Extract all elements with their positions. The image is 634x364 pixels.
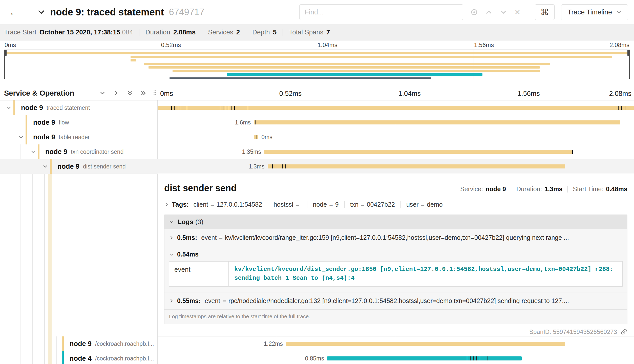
minimap-right-scrubber[interactable] <box>629 50 630 79</box>
tag-value: 9 <box>335 201 339 208</box>
tag-item: hostssl= <box>273 201 301 208</box>
row-expander-icon[interactable] <box>30 149 38 155</box>
tag-item: txn=00427b22 <box>350 201 395 208</box>
trace-id: 6749717 <box>169 7 204 17</box>
log-marker <box>234 106 235 110</box>
log-timestamp: 0.55ms: <box>177 297 201 305</box>
prev-result-button[interactable] <box>485 8 493 16</box>
find-input[interactable] <box>299 4 463 20</box>
span-row[interactable]: node 9txn coordinator send1.35ms <box>0 144 634 159</box>
minimap-span-bar <box>131 56 612 58</box>
span-row[interactable]: node 9traced statement <box>0 100 634 115</box>
minimap-span-bar <box>170 77 431 79</box>
tags-list: client=127.0.0.1:54582hostssl=node=9txn=… <box>193 201 442 208</box>
tag-equals: = <box>295 201 299 208</box>
log-timestamp: 0.54ms <box>177 251 199 258</box>
tick-label: 1.56ms <box>474 41 494 49</box>
span-duration-label: 0ms <box>261 134 272 141</box>
span-row[interactable]: node 9/cockroach.roachpb.I...1.22ms <box>0 336 634 351</box>
span-detail-row: dist sender send Service: node 9 Duratio… <box>0 174 634 336</box>
logs-header[interactable]: Logs (3) <box>164 215 627 229</box>
chevron-down-icon <box>37 8 46 16</box>
service-name: node 9 <box>70 340 92 348</box>
span-bar[interactable] <box>268 164 565 168</box>
collapse-one-icon[interactable] <box>99 90 105 96</box>
command-icon: ⌘ <box>540 7 549 17</box>
span-row[interactable]: node 4/cockroach.roachpb.I...0.85ms <box>0 351 634 364</box>
log-entry[interactable]: 0.54mseventkv/kvclient/kvcoord/dist_send… <box>164 246 627 292</box>
log-marker <box>467 356 467 360</box>
minimap-span-bar <box>144 63 550 65</box>
row-expander-icon[interactable] <box>18 134 26 140</box>
minimap-span-bar <box>227 73 482 76</box>
service-operation-header: Service & Operation <box>0 86 158 100</box>
trace-start-label: Trace Start <box>4 28 36 36</box>
clear-search-button[interactable]: ✕ <box>514 8 520 16</box>
service-color-bar <box>62 351 64 364</box>
log-entry-header[interactable]: 0.54ms <box>164 246 627 261</box>
log-marker <box>187 106 187 110</box>
link-icon[interactable] <box>621 328 627 335</box>
log-entry[interactable]: 0.5ms:event=kv/kvclient/kvcoord/range_it… <box>164 229 627 246</box>
trace-title-toggle[interactable] <box>37 8 46 16</box>
tick-label: 0ms <box>5 41 16 49</box>
row-expander-icon[interactable] <box>6 105 13 111</box>
tags-accordion[interactable]: Tags: client=127.0.0.1:54582hostssl=node… <box>164 201 627 208</box>
span-bar[interactable] <box>254 120 620 124</box>
service-name: node 9 <box>21 104 43 112</box>
view-selector-button[interactable]: Trace Timeline <box>561 4 628 20</box>
tag-equals: = <box>329 201 333 208</box>
tag-item: client=127.0.0.1:54582 <box>193 201 262 208</box>
log-marker <box>257 135 257 139</box>
log-marker <box>174 106 175 110</box>
duration-label: Duration <box>145 28 170 36</box>
span-row[interactable]: node 9table reader0ms <box>0 130 634 144</box>
chevron-down-icon <box>500 8 507 16</box>
minimap-canvas[interactable] <box>4 50 630 79</box>
log-marker <box>255 120 256 124</box>
start-time-value: 0.48ms <box>606 185 627 193</box>
divider <box>283 29 283 36</box>
operation-name: flow <box>59 119 69 126</box>
chevron-down-icon <box>18 134 24 140</box>
next-result-button[interactable] <box>500 8 507 16</box>
keyboard-shortcuts-button[interactable]: ⌘ <box>535 4 555 20</box>
locate-icon <box>470 8 478 16</box>
tick-label: 1.04ms <box>398 90 421 98</box>
span-bar[interactable] <box>254 135 258 139</box>
log-marker <box>572 150 573 154</box>
depth-label: Depth <box>252 28 270 36</box>
tick-label: 0.52ms <box>161 41 181 49</box>
expand-all-icon[interactable] <box>140 90 146 96</box>
tag-key: hostssl <box>273 201 293 208</box>
divider <box>307 201 307 208</box>
column-resizer-handle[interactable] <box>153 90 157 96</box>
chevron-right-icon <box>169 298 174 303</box>
span-row[interactable]: node 9dist sender send1.3ms <box>0 159 634 174</box>
tags-label: Tags: <box>172 201 189 208</box>
minimap-left-scrubber[interactable] <box>4 50 5 79</box>
operation-name: traced statement <box>47 104 90 111</box>
trace-start-ms: .084 <box>120 28 133 36</box>
span-bar[interactable] <box>286 342 565 346</box>
locate-span-button[interactable] <box>470 8 478 16</box>
span-bar[interactable] <box>327 356 522 360</box>
row-expander-icon[interactable] <box>43 164 50 169</box>
expand-one-icon[interactable] <box>113 90 119 96</box>
chevron-down-icon <box>6 105 12 111</box>
log-marker <box>231 106 232 110</box>
tag-value: 127.0.0.1:54582 <box>216 201 262 208</box>
span-row[interactable]: node 9flow1.6ms <box>0 115 634 130</box>
span-duration-label: 1.3ms <box>249 163 265 170</box>
back-button[interactable]: ← <box>0 0 28 24</box>
collapse-all-icon[interactable] <box>127 90 133 96</box>
timeline-header: Service & Operation 0ms0.52ms1.04ms1.56m… <box>0 86 634 100</box>
chevron-down-icon <box>616 9 622 15</box>
chevron-up-icon <box>485 8 493 16</box>
log-entry[interactable]: 0.55ms:event=rpc/nodedialer/nodedialer.g… <box>164 292 627 310</box>
operation-name: dist sender send <box>83 163 126 170</box>
page-title: node 9: traced statement <box>50 7 164 18</box>
logs-title: Logs <box>178 218 193 226</box>
span-bar[interactable] <box>264 150 573 154</box>
span-detail-title: dist sender send <box>164 183 237 194</box>
